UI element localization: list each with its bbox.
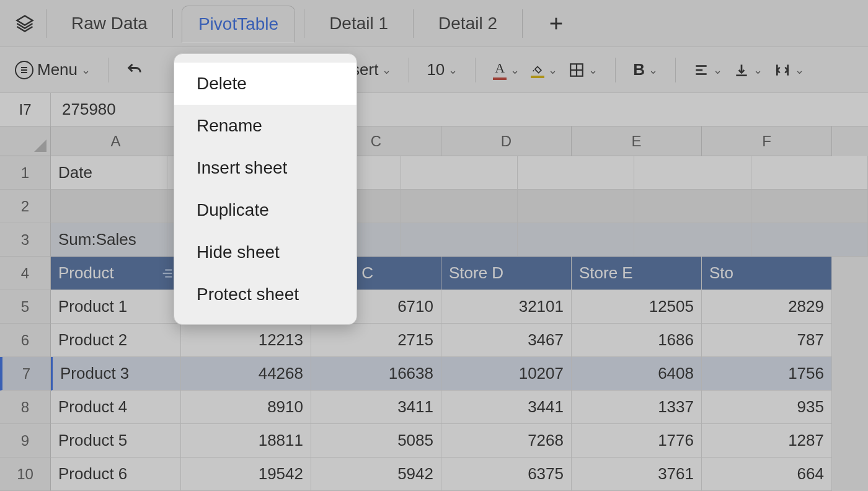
- wrap-button[interactable]: ⌄: [774, 62, 804, 78]
- font-color-button[interactable]: A ⌄: [493, 60, 520, 80]
- cell[interactable]: [751, 190, 868, 223]
- align-bottom-icon: [733, 62, 750, 78]
- cell[interactable]: Product 2: [51, 324, 181, 357]
- cell[interactable]: 8910: [181, 391, 311, 424]
- menu-button[interactable]: Menu ⌄: [15, 60, 91, 79]
- cell[interactable]: 18811: [181, 424, 311, 458]
- cell[interactable]: 12505: [572, 290, 702, 324]
- row-header[interactable]: 3: [0, 223, 51, 257]
- tab-detail-1[interactable]: Detail 1: [313, 5, 404, 42]
- cell[interactable]: Date: [51, 156, 167, 190]
- cell[interactable]: 3467: [441, 324, 572, 357]
- cell[interactable]: [751, 223, 868, 257]
- cell[interactable]: [634, 223, 751, 257]
- menu-item-delete[interactable]: Delete: [174, 63, 356, 105]
- separator: [409, 58, 409, 82]
- bold-button[interactable]: B ⌄: [633, 60, 658, 79]
- row-header[interactable]: 8: [0, 391, 51, 424]
- insert-menu[interactable]: sert ⌄: [352, 60, 391, 79]
- tab-detail-2[interactable]: Detail 2: [422, 5, 513, 42]
- horizontal-align-button[interactable]: ⌄: [693, 62, 722, 78]
- cell[interactable]: [518, 156, 634, 190]
- cell[interactable]: Product 4: [51, 391, 181, 424]
- row-header[interactable]: 6: [0, 324, 51, 357]
- cell[interactable]: 44268: [181, 357, 311, 391]
- cell[interactable]: Product 3: [51, 357, 181, 391]
- cell[interactable]: Product 1: [51, 290, 181, 324]
- pivot-col-header[interactable]: Store D: [441, 257, 572, 290]
- font-size-select[interactable]: 10 ⌄: [427, 60, 458, 79]
- pivot-row-field-label: Product: [58, 263, 114, 283]
- cell[interactable]: 1287: [702, 424, 832, 458]
- cell[interactable]: 2715: [311, 324, 441, 357]
- cell[interactable]: [401, 190, 518, 223]
- cell[interactable]: 5085: [311, 424, 441, 458]
- menu-item-protect-sheet[interactable]: Protect sheet: [174, 273, 356, 316]
- cell[interactable]: 12213: [181, 324, 311, 357]
- column-header[interactable]: E: [572, 126, 702, 156]
- formula-value[interactable]: 275980: [51, 100, 116, 119]
- cell[interactable]: 5942: [311, 458, 441, 491]
- cell[interactable]: [51, 190, 167, 223]
- tab-raw-data[interactable]: Raw Data: [55, 5, 164, 42]
- border-icon: [569, 62, 585, 78]
- cell[interactable]: 787: [702, 324, 832, 357]
- undo-button[interactable]: [126, 61, 143, 79]
- cell[interactable]: 10207: [441, 357, 572, 391]
- vertical-align-button[interactable]: ⌄: [733, 62, 763, 78]
- add-sheet-button[interactable]: [544, 15, 569, 32]
- layers-icon[interactable]: [12, 14, 37, 33]
- cell-address-box[interactable]: I7: [0, 93, 51, 126]
- cell[interactable]: 32101: [441, 290, 572, 324]
- menu-item-insert-sheet[interactable]: Insert sheet: [174, 147, 356, 189]
- cell[interactable]: Product 5: [51, 424, 181, 458]
- pivot-col-header[interactable]: Store E: [572, 257, 702, 290]
- row-header[interactable]: 9: [0, 424, 51, 458]
- row-header[interactable]: 5: [0, 290, 51, 324]
- cell[interactable]: [401, 156, 518, 190]
- tab-pivottable[interactable]: PivotTable: [182, 6, 295, 43]
- cell[interactable]: 7268: [441, 424, 572, 458]
- cell[interactable]: [518, 223, 634, 257]
- row-header[interactable]: 2: [0, 190, 51, 223]
- separator: [304, 9, 304, 38]
- cell[interactable]: 1756: [702, 357, 832, 391]
- cell[interactable]: [634, 190, 751, 223]
- cell[interactable]: Product 6: [51, 458, 181, 491]
- cell[interactable]: 1337: [572, 391, 702, 424]
- cell[interactable]: [751, 156, 868, 190]
- cell[interactable]: 6375: [441, 458, 572, 491]
- cell[interactable]: 2829: [702, 290, 832, 324]
- pivot-row-field[interactable]: Product: [51, 257, 181, 290]
- chevron-down-icon: ⌄: [713, 63, 722, 77]
- cell[interactable]: Sum:Sales: [51, 223, 167, 257]
- column-header[interactable]: F: [702, 126, 832, 156]
- column-header[interactable]: D: [441, 126, 572, 156]
- cell[interactable]: 16638: [311, 357, 441, 391]
- cell[interactable]: [518, 190, 634, 223]
- select-all-corner[interactable]: [0, 126, 51, 156]
- menu-item-rename[interactable]: Rename: [174, 105, 356, 147]
- cell[interactable]: 1686: [572, 324, 702, 357]
- cell[interactable]: 3761: [572, 458, 702, 491]
- separator: [108, 58, 108, 82]
- pivot-col-header[interactable]: Sto: [702, 257, 832, 290]
- menu-item-duplicate[interactable]: Duplicate: [174, 189, 356, 231]
- cell[interactable]: 1776: [572, 424, 702, 458]
- fill-color-button[interactable]: ⌄: [531, 62, 557, 78]
- column-header[interactable]: A: [51, 126, 181, 156]
- row-header[interactable]: 4: [0, 257, 51, 290]
- cell[interactable]: 664: [702, 458, 832, 491]
- cell[interactable]: 6408: [572, 357, 702, 391]
- cell[interactable]: 3441: [441, 391, 572, 424]
- cell[interactable]: [401, 223, 518, 257]
- cell[interactable]: 19542: [181, 458, 311, 491]
- borders-button[interactable]: ⌄: [569, 62, 598, 78]
- row-header[interactable]: 7: [0, 357, 51, 391]
- menu-item-hide-sheet[interactable]: Hide sheet: [174, 231, 356, 273]
- row-header[interactable]: 1: [0, 156, 51, 190]
- row-header[interactable]: 10: [0, 458, 51, 491]
- cell[interactable]: [634, 156, 751, 190]
- cell[interactable]: 3411: [311, 391, 441, 424]
- cell[interactable]: 935: [702, 391, 832, 424]
